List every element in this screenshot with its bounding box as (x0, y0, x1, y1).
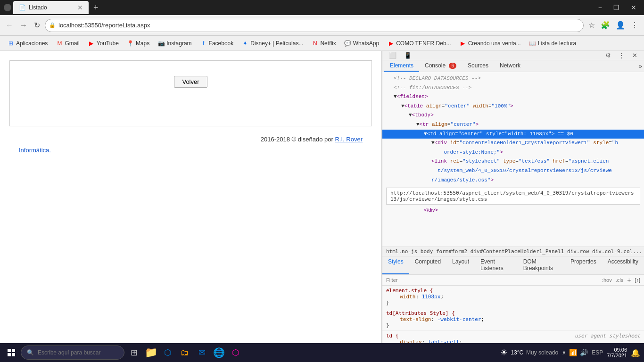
dom-tree-line[interactable]: ▼<fieldset> (382, 92, 644, 102)
maximize-button[interactable]: ❐ (610, 2, 623, 13)
css-close-brace: } (386, 322, 389, 329)
tab-sources[interactable]: Sources (462, 60, 494, 72)
bookmark-facebook[interactable]: fFacebook (197, 39, 238, 48)
bookmark-whatsapp[interactable]: 💬WhatsApp (341, 39, 383, 48)
bookmark-label-netflix: Netflix (320, 40, 336, 47)
css-val[interactable]: 1108px (422, 294, 441, 300)
css-selector[interactable]: td[Attributes Style] { (386, 310, 455, 316)
title-bar-left: 📄 Listado ✕ + (4, 1, 591, 14)
whatsapp-bookmark-icon: 💬 (345, 40, 351, 47)
dom-tree-line[interactable]: <!-- DECLARO DATASOURCES --> (382, 74, 644, 83)
css-filter-hov[interactable]: :hov (602, 277, 612, 283)
gmail-bookmark-icon: M (56, 40, 63, 47)
netflix-bookmark-icon: N (312, 40, 318, 47)
devtools-inspect-button[interactable]: ⬜ (386, 51, 399, 60)
subtab-styles[interactable]: Styles (382, 256, 409, 274)
close-button[interactable]: ✕ (627, 2, 640, 13)
bookmark-lista-lectura[interactable]: 📖Lista de lectura (526, 39, 580, 48)
informatica-link[interactable]: Informática. (19, 147, 51, 154)
dom-tree-line[interactable]: ▼<table align="center" width="100%"> (382, 102, 644, 111)
dom-tree-line[interactable]: r/images/style.css"> (382, 176, 644, 185)
dom-tree-line[interactable]: ▼<div id="ContentPlaceHolder1_CrystalRep… (382, 139, 644, 148)
close-div-line[interactable]: </div> (382, 206, 644, 215)
profile-button[interactable]: 👤 (614, 19, 627, 32)
css-rule: element.style { width: 1108px;} (382, 286, 644, 308)
devtools-panel-container: <!-- DECLARO DATASOURCES --><!-- fin:/DA… (382, 72, 644, 343)
bookmark-aplicaciones[interactable]: ⊞Aplicaciones (4, 39, 51, 48)
disney-bookmark-icon: ✦ (242, 40, 248, 47)
dom-breadcrumb: html.no-js body form#form2 div#ContentPl… (382, 247, 644, 256)
new-tab-button[interactable]: + (91, 3, 101, 13)
bookmark-maps[interactable]: 📍Maps (124, 39, 153, 48)
css-prop[interactable]: text-align (400, 316, 431, 322)
subtab-computed[interactable]: Computed (409, 256, 446, 274)
refresh-button[interactable]: ↻ (32, 19, 42, 32)
tab-close-button[interactable]: ✕ (77, 4, 83, 11)
css-val[interactable]: table-cell (428, 339, 459, 343)
bookmark-label-whatsapp: WhatsApp (353, 40, 379, 47)
breadcrumb-text[interactable]: html.no-js body form#form2 div#ContentPl… (386, 248, 642, 255)
minimize-button[interactable]: − (594, 2, 606, 13)
tab-network[interactable]: Network (494, 60, 526, 72)
toolbar-icons: ☆ 🧩 👤 ⋮ (586, 19, 640, 32)
dom-tree-line[interactable]: ▼<td align="center" style="width: 1108px… (382, 130, 644, 139)
bookmarks-bar: ⊞AplicacionesMGmail▶YouTube📍Maps📷Instagr… (0, 36, 644, 51)
subtab-properties[interactable]: Properties (565, 256, 602, 274)
title-bar: 📄 Listado ✕ + − ❐ ✕ (0, 0, 644, 15)
dom-tree-line[interactable]: ▼<tbody> (382, 111, 644, 120)
instagram-bookmark-icon: 📷 (158, 40, 165, 47)
css-filter-input[interactable] (386, 277, 598, 283)
devtools-tabs: Elements Console 6 Sources Network » (382, 60, 644, 72)
volver-button[interactable]: Volver (174, 76, 207, 88)
footer-link[interactable]: R.I. Rover (335, 136, 363, 143)
dom-tree-line[interactable]: ▼<tr align="center"> (382, 120, 644, 130)
bookmark-star-button[interactable]: ☆ (586, 19, 597, 32)
tab-elements[interactable]: Elements (384, 60, 419, 72)
bookmark-label-lista-lectura: Lista de lectura (538, 40, 576, 47)
dom-tree-line[interactable]: <!-- fin:/DATASOURCES --> (382, 83, 644, 93)
devtools-more-tabs[interactable]: » (638, 62, 642, 70)
facebook-bookmark-icon: f (200, 40, 207, 47)
css-prop[interactable]: width (400, 294, 415, 300)
bookmark-label-youtube: YouTube (97, 40, 119, 47)
devtools-settings-button[interactable]: ⚙ (603, 51, 614, 60)
extensions-button[interactable]: 🧩 (599, 19, 612, 32)
css-val[interactable]: -webkit-center (438, 316, 481, 322)
css-prop[interactable]: display (400, 339, 421, 343)
address-bar-input[interactable]: 🔒 localhost:53550/reporteLista.aspx (45, 19, 584, 32)
subtab-event-listeners[interactable]: Event Listeners (475, 256, 518, 274)
subtab-accessibility[interactable]: Accessibility (602, 256, 644, 274)
css-filter-brackets[interactable]: [↑] (635, 277, 640, 283)
bookmark-disney[interactable]: ✦Disney+ | Películas... (238, 39, 307, 48)
css-filter-plus[interactable]: + (627, 276, 631, 284)
back-button[interactable]: ← (4, 19, 15, 32)
devtools-close-button[interactable]: ✕ (629, 51, 640, 60)
css-rules-container: element.style { width: 1108px;}td[Attrib… (382, 286, 644, 343)
menu-button[interactable]: ⋮ (629, 19, 640, 32)
bookmark-gmail[interactable]: MGmail (52, 39, 83, 48)
css-rule: td[Attributes Style] { text-align: -webk… (382, 308, 644, 331)
bookmark-label-aplicaciones: Aplicaciones (16, 40, 48, 47)
devtools-device-button[interactable]: 📱 (401, 51, 414, 60)
youtube-bookmark-icon: ▶ (88, 40, 95, 47)
css-selector[interactable]: element.style { (386, 288, 433, 294)
dom-tree-line[interactable]: t/system_web/4_0_30319/crystalreportview… (382, 166, 644, 176)
dom-tree-line[interactable]: order-style:None;"> (382, 148, 644, 157)
devtools-more-options[interactable]: ⋮ (616, 51, 627, 60)
subtab-dom-breakpoints[interactable]: DOM Breakpoints (518, 256, 565, 274)
bookmark-instagram[interactable]: 📷Instagram (154, 39, 195, 48)
tab-console[interactable]: Console 6 (419, 60, 462, 72)
dom-tree-line[interactable]: <link rel="stylesheet" type="text/css" h… (382, 157, 644, 166)
css-selector[interactable]: td { (386, 333, 399, 339)
subtab-layout[interactable]: Layout (446, 256, 475, 274)
bookmark-netflix[interactable]: NNetflix (308, 39, 339, 48)
bookmark-youtube[interactable]: ▶YouTube (84, 39, 123, 48)
bookmark-como-tener[interactable]: ▶COMO TENER Deb... (384, 39, 454, 48)
browser-icon (4, 4, 11, 11)
error-count-badge: 6 (449, 63, 456, 69)
forward-button[interactable]: → (18, 19, 29, 32)
footer-copyright: 2016-2018 © diseñado por (261, 136, 335, 143)
css-filter-cls[interactable]: .cls (616, 277, 624, 283)
bookmark-creando[interactable]: ▶Creando una venta... (456, 39, 525, 48)
active-tab[interactable]: 📄 Listado ✕ (13, 1, 89, 14)
